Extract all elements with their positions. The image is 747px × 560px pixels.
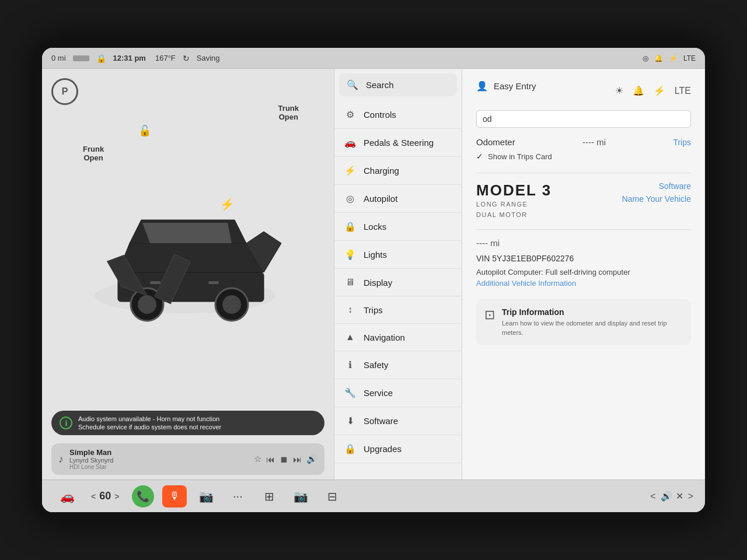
screenshot-button[interactable]: 📷: [287, 485, 314, 508]
od-search-input[interactable]: [476, 110, 691, 128]
volume-mute-icon: ✕: [676, 491, 683, 502]
station-name: HDI Lone Star: [69, 464, 248, 470]
phone-icon: 📞: [132, 485, 154, 508]
menu-panel: 🔍 Search ⚙ Controls 🚗 Pedals & Steering …: [334, 69, 462, 480]
prev-track-button[interactable]: ⏮: [266, 454, 275, 464]
left-panel: P TrunkOpen FrunkOpen 🔓 ⚡: [42, 69, 334, 480]
additional-info-link[interactable]: Additional Vehicle Information: [476, 279, 691, 288]
sidebar-item-service[interactable]: 🔧 Service: [334, 379, 462, 407]
right-top-row: 👤 Easy Entry ☀ 🔔 ⚡ LTE: [476, 80, 691, 101]
controls-label: Controls: [364, 110, 396, 120]
sidebar-item-upgrades[interactable]: 🔒 Upgrades: [334, 435, 462, 463]
next-track-button[interactable]: ⏭: [293, 454, 302, 464]
bell-icon: 🔔: [654, 54, 663, 62]
display-icon: 🖥: [344, 277, 357, 288]
controls-icon: ⚙: [344, 109, 357, 120]
odometer-status: 0 mi: [51, 54, 66, 62]
range-value: ---- mi: [476, 238, 500, 248]
sidebar-item-software[interactable]: ⬇ Software: [334, 407, 462, 435]
sidebar-item-navigation[interactable]: ▲ Navigation: [334, 324, 462, 351]
car-home-button[interactable]: 🚗: [54, 485, 81, 508]
odometer-value: ---- mi: [582, 137, 606, 147]
sidebar-item-locks[interactable]: 🔒 Locks: [334, 213, 462, 241]
volume-control[interactable]: 🔊 ✕: [661, 491, 683, 502]
software-link[interactable]: Software: [659, 181, 691, 191]
track-info: Simple Man Lynyrd Skynyrd HDI Lone Star: [69, 448, 248, 470]
trips-icon: ↕: [344, 304, 357, 315]
display-label: Display: [364, 278, 392, 288]
trip-info-title: Trip Information: [502, 307, 683, 317]
trip-info-text: Trip Information Learn how to view the o…: [502, 307, 683, 337]
sidebar-item-safety[interactable]: ℹ Safety: [334, 351, 462, 379]
lte-indicator: LTE: [683, 54, 696, 62]
frunk-label: FrunkOpen: [83, 145, 104, 162]
nav-prev-button[interactable]: <: [650, 491, 655, 502]
trips-label: Trips: [364, 305, 383, 315]
right-panel: 👤 Easy Entry ☀ 🔔 ⚡ LTE Odometer ---- mi …: [462, 69, 705, 480]
music-icon: ♪: [58, 453, 64, 466]
svg-point-5: [222, 295, 241, 314]
navigation-label: Navigation: [364, 332, 405, 342]
easy-entry-label: Easy Entry: [494, 81, 536, 91]
software-label: Software: [364, 416, 398, 426]
checkbox-check[interactable]: ✓: [476, 152, 483, 161]
locks-label: Locks: [364, 222, 386, 232]
sound-icon: 🔔: [633, 85, 644, 96]
camera-button[interactable]: 📷: [193, 485, 219, 508]
volume-button[interactable]: 🔊: [306, 454, 317, 464]
grid-button[interactable]: ⊞: [256, 485, 282, 508]
speed-up-button[interactable]: >: [114, 492, 119, 501]
notification-bar: ℹ Audio system unavailable - Horn may no…: [51, 411, 324, 435]
notification-icon: ℹ: [60, 416, 72, 429]
sidebar-item-controls[interactable]: ⚙ Controls: [334, 101, 462, 129]
wifi-icon: ◎: [643, 54, 648, 62]
range-row: ---- mi: [476, 238, 691, 248]
status-right-icons: ◎ 🔔 ⚡ LTE: [643, 54, 696, 62]
bt-icon: ⚡: [654, 85, 665, 96]
svg-rect-7: [208, 281, 219, 284]
charging-label: Charging: [364, 166, 399, 176]
lights-icon: 💡: [344, 249, 357, 260]
apps-button[interactable]: ⊟: [319, 485, 345, 508]
speed-value: 60: [99, 490, 111, 502]
svg-point-3: [138, 295, 156, 314]
safety-label: Safety: [364, 360, 389, 370]
sidebar-item-pedals[interactable]: 🚗 Pedals & Steering: [334, 129, 462, 157]
sidebar-item-search[interactable]: 🔍 Search: [339, 74, 457, 96]
pedals-label: Pedals & Steering: [364, 138, 434, 148]
park-badge: P: [51, 78, 78, 105]
name-vehicle-link[interactable]: Name Your Vehicle: [622, 194, 691, 204]
divider2: [476, 229, 691, 230]
sun-icon: ☀: [615, 85, 623, 96]
model-section: MODEL 3 LONG RANGE DUAL MOTOR Software N…: [476, 181, 691, 220]
search-icon: 🔍: [346, 79, 359, 90]
temperature-display: 167°F: [155, 54, 176, 62]
sidebar-item-trips[interactable]: ↕ Trips: [334, 296, 462, 324]
battery-bar-icon: [73, 55, 89, 61]
show-trips-label: Show in Trips Card: [488, 152, 552, 161]
divider: [476, 173, 691, 173]
nav-next-button[interactable]: >: [688, 491, 693, 502]
vin-row: VIN 5YJ3E1EB0PF602276: [476, 254, 691, 263]
sidebar-item-display[interactable]: 🖥 Display: [334, 269, 462, 296]
favorite-icon[interactable]: ☆: [254, 454, 261, 464]
trips-link[interactable]: Trips: [673, 138, 691, 147]
artist-name: Lynyrd Skynyrd: [69, 457, 248, 464]
sidebar-item-charging[interactable]: ⚡ Charging: [334, 157, 462, 185]
easy-entry-icon: 👤: [476, 80, 488, 92]
upgrades-icon: 🔒: [344, 443, 357, 454]
sync-icon: ↻: [183, 54, 190, 63]
speed-display: < 60 >: [91, 490, 119, 502]
stop-button[interactable]: ⏹: [280, 454, 288, 464]
more-button[interactable]: ···: [224, 485, 251, 508]
bluetooth-icon: ⚡: [669, 54, 678, 62]
svg-rect-6: [150, 281, 160, 284]
track-name: Simple Man: [69, 448, 248, 457]
speed-down-button[interactable]: <: [91, 492, 96, 501]
phone-button[interactable]: 📞: [130, 485, 156, 508]
sidebar-item-autopilot[interactable]: ◎ Autopilot: [334, 185, 462, 213]
sidebar-item-lights[interactable]: 💡 Lights: [334, 241, 462, 269]
saving-label: Saving: [197, 54, 220, 62]
voice-button[interactable]: 🎙: [161, 485, 188, 508]
charging-icon: ⚡: [344, 165, 357, 176]
